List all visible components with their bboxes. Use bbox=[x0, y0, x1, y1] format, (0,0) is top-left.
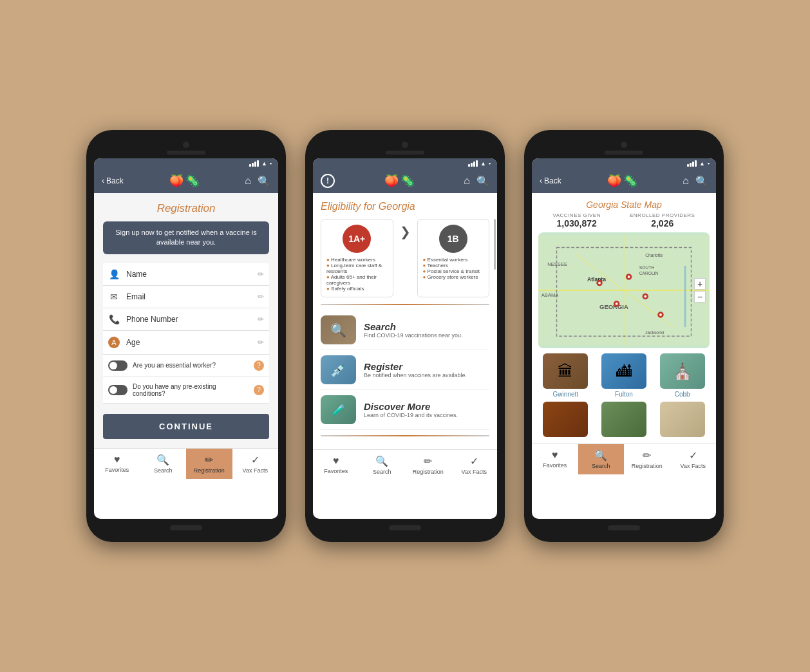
map-stats: VACCINES GIVEN 1,030,872 ENROLLED PROVID… bbox=[538, 212, 710, 229]
vaccines-given-stat: VACCINES GIVEN 1,030,872 bbox=[553, 212, 601, 229]
county-card-6[interactable] bbox=[655, 402, 710, 437]
nav-registration-1[interactable]: ✏ Registration bbox=[186, 449, 232, 479]
phone-icon: 📞 bbox=[108, 314, 120, 324]
nav-vaxfacts-label-3: Vax Facts bbox=[681, 463, 706, 469]
back-button-3[interactable]: ‹ Back bbox=[540, 176, 561, 185]
age-field[interactable]: A Age ✏ bbox=[103, 331, 269, 355]
back-button-1[interactable]: ‹ Back bbox=[102, 176, 124, 185]
cobb-card[interactable]: ⛪ Cobb bbox=[655, 353, 710, 398]
phone-label: Phone Number bbox=[126, 315, 251, 324]
home-icon-3[interactable]: ⌂ bbox=[683, 175, 689, 187]
phase-1b-item-3: Postal service & transit bbox=[423, 268, 484, 274]
search-icon-3[interactable]: 🔍 bbox=[695, 175, 708, 187]
heart-icon-3: ♥ bbox=[552, 449, 558, 461]
nav-favorites-1[interactable]: ♥ Favorites bbox=[94, 449, 140, 479]
nav-favorites-3[interactable]: ♥ Favorites bbox=[532, 444, 578, 474]
app-logo-3: 🍑 🦠 bbox=[607, 174, 637, 188]
nav-registration-2[interactable]: ✏ Registration bbox=[405, 450, 451, 480]
age-label: Age bbox=[126, 338, 251, 347]
nav-registration-3[interactable]: ✏ Registration bbox=[624, 444, 670, 474]
essential-switch[interactable] bbox=[108, 360, 127, 371]
check-icon-3: ✓ bbox=[689, 449, 697, 462]
discover-thumbnail: 🧪 bbox=[321, 395, 356, 424]
app-header-1: ‹ Back 🍑 🦠 ⌂ 🔍 bbox=[94, 169, 278, 193]
georgia-map-container[interactable]: NESSEE ABAMA GEORGIA Charlotte SOUTH CAR… bbox=[538, 232, 710, 348]
peach-icon-2: 🍑 bbox=[384, 174, 399, 188]
phase-1a-item-1: Healthcare workers bbox=[326, 257, 388, 263]
nav-favorites-2[interactable]: ♥ Favorites bbox=[313, 450, 359, 480]
screen-2: ▲ ▪ ! 🍑 🦠 ⌂ 🔍 Eligibi bbox=[313, 158, 497, 519]
name-edit-icon[interactable]: ✏ bbox=[258, 270, 264, 279]
search-icon-2[interactable]: 🔍 bbox=[476, 175, 489, 187]
register-section[interactable]: 💉 Register Be notified when vaccines are… bbox=[321, 350, 489, 390]
phone-field[interactable]: 📞 Phone Number ✏ bbox=[103, 308, 269, 331]
fulton-label: Fulton bbox=[615, 391, 633, 398]
essential-info-icon[interactable]: ? bbox=[254, 360, 264, 371]
home-icon[interactable]: ⌂ bbox=[245, 175, 251, 187]
eligibility-divider bbox=[321, 304, 489, 305]
nav-search-1[interactable]: 🔍 Search bbox=[140, 449, 187, 479]
search-section-desc: Find COVID-19 vaccinations near you. bbox=[364, 332, 463, 339]
screen-3: ▲ ▪ ‹ Back 🍑 🦠 ⌂ 🔍 bbox=[532, 158, 716, 519]
bottom-nav-2: ♥ Favorites 🔍 Search ✏ Registration ✓ Va… bbox=[313, 449, 497, 480]
signal-1 bbox=[249, 160, 259, 167]
fulton-card[interactable]: 🏙 Fulton bbox=[597, 353, 652, 398]
preexisting-conditions-toggle[interactable]: Do you have any pre-existing conditions?… bbox=[103, 377, 269, 404]
nav-favorites-label-3: Favorites bbox=[543, 462, 567, 469]
enrolled-providers-value: 2,026 bbox=[630, 218, 695, 229]
zoom-out-button[interactable]: − bbox=[694, 291, 706, 303]
nav-vaxfacts-3[interactable]: ✓ Vax Facts bbox=[670, 444, 717, 474]
map-content: Georgia State Map VACCINES GIVEN 1,030,8… bbox=[532, 193, 716, 443]
county-thumb-5 bbox=[601, 402, 646, 437]
vaccines-given-label: VACCINES GIVEN bbox=[553, 212, 601, 218]
battery-icon-2: ▪ bbox=[489, 160, 491, 167]
search-section[interactable]: 🔍 Search Find COVID-19 vaccinations near… bbox=[321, 310, 489, 350]
info-icon[interactable]: ! bbox=[321, 174, 335, 188]
phase-1b-box: 1B Essential workers Teachers Postal ser… bbox=[417, 219, 490, 297]
age-edit-icon[interactable]: ✏ bbox=[258, 338, 264, 347]
preexisting-info-icon[interactable]: ? bbox=[254, 385, 264, 395]
zoom-in-button[interactable]: + bbox=[694, 278, 706, 290]
speaker-2 bbox=[386, 151, 424, 154]
email-edit-icon[interactable]: ✏ bbox=[258, 292, 264, 301]
svg-point-17 bbox=[628, 275, 630, 278]
phase-1b-item-1: Essential workers bbox=[423, 257, 484, 263]
discover-section-text: Discover More Learn of COVID-19 and its … bbox=[364, 401, 458, 418]
register-section-text: Register Be notified when vaccines are a… bbox=[364, 361, 467, 378]
status-bar-3: ▲ ▪ bbox=[532, 158, 716, 169]
essential-worker-toggle[interactable]: Are you an essential worker? ? bbox=[103, 355, 269, 377]
phase-1a-item-2: Long-term care staff & residents bbox=[326, 263, 388, 274]
peach-icon-3: 🍑 bbox=[607, 174, 621, 188]
name-field[interactable]: 👤 Name ✏ bbox=[103, 263, 269, 286]
register-section-desc: Be notified when vaccines are available. bbox=[364, 372, 467, 378]
svg-text:SOUTH: SOUTH bbox=[639, 265, 654, 270]
nav-favorites-label-2: Favorites bbox=[324, 468, 348, 474]
gwinnett-card[interactable]: 🏛 Gwinnett bbox=[538, 353, 593, 398]
bottom-nav-1: ♥ Favorites 🔍 Search ✏ Registration ✓ Va… bbox=[94, 448, 278, 479]
search-icon[interactable]: 🔍 bbox=[258, 175, 270, 187]
nav-favorites-label-1: Favorites bbox=[105, 467, 129, 473]
phase-1b-circle: 1B bbox=[439, 225, 467, 253]
gwinnett-label: Gwinnett bbox=[553, 391, 578, 398]
nav-search-3[interactable]: 🔍 Search bbox=[578, 444, 625, 474]
nav-search-2[interactable]: 🔍 Search bbox=[359, 450, 406, 480]
map-title: Georgia State Map bbox=[538, 200, 710, 210]
home-icon-2[interactable]: ⌂ bbox=[464, 175, 470, 187]
nav-registration-label-1: Registration bbox=[194, 467, 225, 474]
phone-edit-icon[interactable]: ✏ bbox=[258, 315, 264, 324]
county-thumb-4 bbox=[543, 402, 588, 437]
nav-vaxfacts-2[interactable]: ✓ Vax Facts bbox=[451, 450, 498, 480]
phase-1a-circle: 1A+ bbox=[343, 225, 371, 253]
preexisting-switch[interactable] bbox=[108, 385, 127, 395]
discover-section[interactable]: 🧪 Discover More Learn of COVID-19 and it… bbox=[321, 390, 489, 430]
bar4 bbox=[257, 160, 259, 167]
battery-icon-1: ▪ bbox=[270, 160, 272, 167]
header-icons-1: ⌂ 🔍 bbox=[245, 175, 270, 187]
continue-button[interactable]: CONTINUE bbox=[103, 414, 269, 439]
home-button-3 bbox=[608, 525, 640, 530]
email-field[interactable]: ✉ Email ✏ bbox=[103, 286, 269, 308]
county-card-4[interactable] bbox=[538, 402, 593, 437]
county-card-5[interactable] bbox=[597, 402, 652, 437]
nav-vaxfacts-label-1: Vax Facts bbox=[243, 467, 268, 474]
nav-vaxfacts-1[interactable]: ✓ Vax Facts bbox=[232, 449, 279, 479]
